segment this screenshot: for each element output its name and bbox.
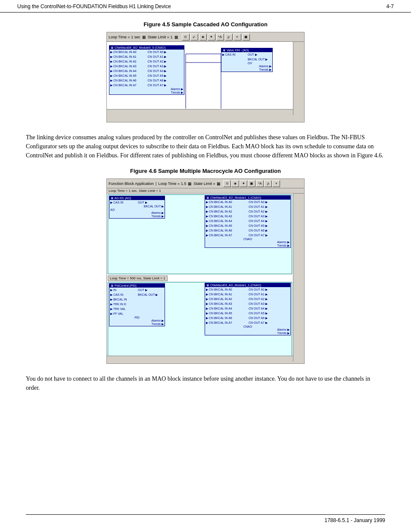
- fig46-looptime-bar: Loop Time = 1 sec, State Limit = 1: [107, 188, 304, 194]
- fig46-btn4[interactable]: ▣: [248, 180, 255, 187]
- fig46-p1-ao-ports: ▶ CAS IN OUT ▶: [109, 200, 165, 205]
- fig45-btn3[interactable]: ◈: [199, 34, 207, 41]
- figure46-wrapper: Function Block Application | Loop Time =…: [26, 178, 385, 364]
- fig46-p1-ao-block: 🖥 AO-I01 (AO) ▶ CAS IN OUT ▶: [109, 196, 165, 219]
- fig45-port-row8: ▶ CN BKCAL IN A7: [109, 83, 147, 88]
- fig45-port-row3: ▶ CN BKCAL IN A2: [109, 59, 147, 64]
- fig45-port-row5: ▶ CN BKCAL IN A4: [109, 69, 147, 73]
- fig46-p1-cnao-title: 🖥 CNeMacd03_AO_Module1_1 (CNAO): [205, 196, 290, 200]
- fig45-valve-trends: Trends ▶: [221, 68, 272, 72]
- figure46-section: Figure 4.6 Sample Multiple Macrocycle AO…: [26, 168, 385, 364]
- fig45-out-row5: CN OUT A4 ▶: [147, 69, 184, 73]
- fig45-btn7[interactable]: ⌖: [234, 34, 241, 41]
- fig46-p1-cnao-label: CNAO: [205, 238, 290, 241]
- fig45-scrollbar-h[interactable]: [107, 109, 293, 115]
- fig45-port-row2: ▶ CN BKCAL IN A1: [109, 54, 147, 59]
- fig46-p1-ao-bkcal: BKCAL OUT ▶: [109, 205, 165, 208]
- fig46-app-label: Function Block Application: [109, 182, 154, 186]
- figure45-section: Figure 4.5 Sample Cascaded AO Configurat…: [26, 21, 385, 122]
- fig45-out-row4: CN OUT A3 ▶: [147, 64, 184, 69]
- fig45-cnao-title: 🖥 CNeMacd08_AO_Module0_0 (CNAO): [109, 46, 184, 50]
- fig45-toolbar-sep2: ▦: [174, 35, 178, 39]
- fig46-toolbar-buttons: ⊙ ◈ ✦ ▣ *A ρ ⌖: [223, 180, 280, 187]
- fig45-valve-title: 🖥 Valve #34 - (AO): [221, 48, 272, 52]
- fig45-btn1[interactable]: ⊙: [182, 34, 190, 41]
- fig46-p1-ao-outports: OUT ▶: [137, 200, 165, 205]
- fig46-p2-cnao-inports: ▶ CN BKCAL IN A0 ▶ CN BKCAL IN A1 ▶ CN B…: [205, 287, 248, 325]
- fig46-p1-ao-inports: ▶ CAS IN: [109, 200, 137, 205]
- fig45-port-row1: ▶ CN BKCAL IN A0: [109, 50, 147, 54]
- page-container: Using the ControlNet-to-FOUNDATION Field…: [0, 0, 411, 532]
- fig46-p1-cnao-inports: ▶ CN BKCAL IN A0 ▶ CN BKCAL IN A1 ▶ CN B…: [205, 200, 248, 238]
- fig45-toolbar-label2: State Limit = 1: [148, 35, 173, 39]
- fig45-btn2[interactable]: ↙: [190, 34, 198, 41]
- fig46-p1-cnao-outports: CN OUT A0 ▶ CN OUT A1 ▶ CN OUT A2 ▶ CN O…: [248, 200, 290, 238]
- fig45-port-row7: ▶ CN BKCAL IN A6: [109, 78, 147, 83]
- fig45-cas-in: ▶ CAS IN: [221, 52, 247, 57]
- fig45-valve-outports: OUT ▶ BKCAL OUT ▶ OV: [247, 52, 272, 65]
- fig45-out-row3: CN OUT A2 ▶: [147, 59, 184, 64]
- fig45-btn5[interactable]: *A: [216, 34, 224, 41]
- page-header: Using the ControlNet-to-FOUNDATION Field…: [0, 0, 411, 13]
- fig46-toolbar-sep1: |: [156, 182, 156, 186]
- fig45-cnao-outports: CN OUT A0 ▶ CN OUT A1 ▶ CN OUT A2 ▶ CN O…: [147, 50, 184, 88]
- body-text-2: You do not have to connect to all the ch…: [26, 374, 385, 392]
- fig45-valve-alarms: Alarms ▶: [221, 65, 272, 68]
- fig45-bkcal-out: BKCAL OUT ▶: [247, 57, 272, 62]
- figure46-screenshot: Function Block Application | Loop Time =…: [106, 178, 305, 364]
- fig46-toolbar: Function Block Application | Loop Time =…: [107, 179, 304, 188]
- fig45-scrollbar-v[interactable]: [293, 42, 299, 115]
- fig46-btn1[interactable]: ⊙: [223, 180, 231, 187]
- fig46-btn3[interactable]: ✦: [240, 180, 247, 187]
- fig45-valve-ports: ▶ CAS IN OUT ▶ BKCAL OUT ▶ OV: [221, 52, 272, 65]
- fig46-btn6[interactable]: ρ: [264, 180, 272, 187]
- fig45-out-port: OUT ▶: [247, 52, 272, 57]
- fig45-toolbar-label1: Loop Time = 1 sec: [109, 35, 140, 39]
- fig46-p1-cnao: 🖥 CNeMacd03_AO_Module1_1 (CNAO) ▶ CN BKC…: [205, 195, 291, 248]
- fig46-p1-ao-title: 🖥 AO-I01 (AO): [109, 196, 165, 200]
- figure45-wrapper: Loop Time = 1 sec ▦ State Limit = 1 ▦ ⊙ …: [26, 32, 385, 122]
- fig46-p2-pid-ports: ▶ IN ▶ CAS IN ▶ BKCAL IN ▶ TRK IN D ▶ TR…: [109, 288, 165, 316]
- fig45-toolbar: Loop Time = 1 sec ▦ State Limit = 1 ▦ ⊙ …: [107, 32, 304, 42]
- fig45-toolbar-buttons: ⊙ ↙ ◈ ✦ *A ρ ⌖ ▣: [182, 34, 250, 41]
- fig46-p2-pid-block: 🖥 PidControl (PID) ▶ IN ▶ CAS IN ▶ BKCAL…: [109, 283, 165, 326]
- fig46-scrollbar-h[interactable]: [107, 356, 293, 362]
- fig45-btn8[interactable]: ▣: [242, 34, 250, 41]
- fig46-p2-cnao-outports: CN OUT A0 ▶ CN OUT A1 ▶ CN OUT A2 ▶ CN O…: [248, 287, 290, 325]
- fig46-btn7[interactable]: ⌖: [272, 180, 280, 187]
- fig45-canvas: 🖥 CNeMacd08_AO_Module0_0 (CNAO) ▶ CN BKC…: [107, 42, 299, 115]
- fig45-out-row7: CN OUT A6 ▶: [147, 78, 184, 83]
- page-footer: 1788-6.5.1 - January 1999: [26, 514, 385, 523]
- fig45-cnao-inports: ▶ CN BKCAL IN A0 ▶ CN BKCAL IN A1 ▶ CN B…: [109, 50, 147, 88]
- fig46-p2-pid-title: 🖥 PidControl (PID): [109, 284, 165, 288]
- fig46-p2-cnao-ports: ▶ CN BKCAL IN A0 ▶ CN BKCAL IN A1 ▶ CN B…: [205, 287, 290, 325]
- fig46-scrollbar-v[interactable]: [293, 194, 299, 362]
- fig45-toolbar-sep1: ▦: [142, 35, 146, 39]
- fig45-btn4[interactable]: ✦: [208, 34, 215, 41]
- fig46-btn2[interactable]: ◈: [231, 180, 239, 187]
- fig46-looptime-label: Loop Time = 1.5: [158, 182, 186, 186]
- fig46-btn5[interactable]: *A: [256, 180, 264, 187]
- figure45-screenshot: Loop Time = 1 sec ▦ State Limit = 1 ▦ ⊙ …: [106, 32, 305, 122]
- fig46-p2-cnao-title: 🖥 CNeMacd03_AO_Module1_1 (CNAO): [205, 283, 290, 287]
- footer-text: 1788-6.5.1 - January 1999: [324, 517, 385, 523]
- fig45-valve-block: 🖥 Valve #34 - (AO) ▶ CAS IN OUT ▶ BKCAL …: [221, 48, 273, 72]
- fig46-panel2-label: Loop Time = 500 ms, State Limit = 1: [108, 275, 168, 281]
- fig46-statelimit-label: State Limit =: [193, 182, 215, 186]
- fig45-port-row4: ▶ CN BKCAL IN A3: [109, 64, 147, 69]
- fig46-toolbar-sep2: ▦: [188, 182, 192, 186]
- fig46-toolbar-sep3: ▦: [217, 182, 221, 186]
- fig46-p2-pid-inports: ▶ IN ▶ CAS IN ▶ BKCAL IN ▶ TRK IN D ▶ TR…: [109, 288, 137, 316]
- fig46-p2-cnao: 🖥 CNeMacd03_AO_Module1_1 (CNAO) ▶ CN BKC…: [205, 283, 291, 335]
- fig45-out-row1: CN OUT A0 ▶: [147, 50, 184, 54]
- fig45-btn6[interactable]: ρ: [225, 34, 233, 41]
- fig45-out-row2: CN OUT A1 ▶: [147, 54, 184, 59]
- fig45-cnao-block: 🖥 CNeMacd08_AO_Module0_0 (CNAO) ▶ CN BKC…: [109, 45, 184, 95]
- fig45-cnao-alarms: Alarms ▶: [109, 88, 184, 91]
- fig46-panel2: 🖥 CNeMacd03_AO_Module1_1 (CNAO) ▶ CN BKC…: [108, 282, 292, 360]
- fig46-p1-cnao-ports: ▶ CN BKCAL IN A0 ▶ CN BKCAL IN A1 ▶ CN B…: [205, 200, 290, 238]
- fig45-port-row6: ▶ CN BKCAL IN A5: [109, 73, 147, 78]
- body-text-1: The linking device consumes analog value…: [26, 133, 385, 160]
- figure46-caption: Figure 4.6 Sample Multiple Macrocycle AO…: [26, 168, 385, 174]
- fig45-out-row8: CN OUT A7 ▶: [147, 83, 184, 88]
